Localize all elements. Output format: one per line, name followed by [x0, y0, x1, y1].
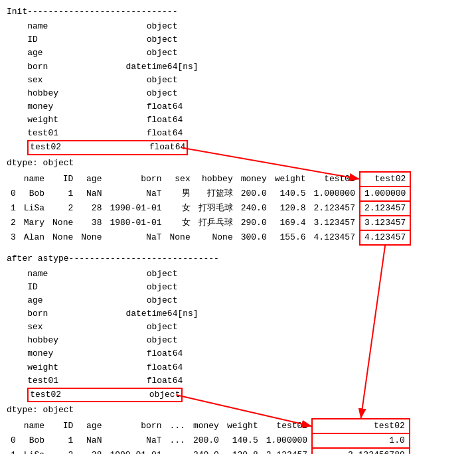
df1-cell: 3.123457 [310, 216, 360, 230]
df2-cell: NaT [106, 433, 165, 448]
df1-cell: Mary [20, 216, 48, 230]
dtype-sex-row: sex object [7, 74, 469, 87]
df1-cell: 2.123457 [360, 201, 410, 216]
df1-cell: 140.5 [271, 187, 310, 201]
df2-col-born: born [106, 419, 165, 433]
df1-cell: None [195, 230, 237, 245]
df2-col-test02: test02 [312, 419, 410, 433]
after-dtype-weight-row: weight float64 [7, 361, 469, 374]
after-dtype-hobbey-row: hobbey object [7, 334, 469, 347]
df2-col-weight: weight [223, 419, 262, 433]
df2-cell: 140.5 [223, 433, 262, 448]
after-dtype-id-row: ID object [7, 281, 469, 294]
df1-cell: None [77, 230, 106, 245]
df1-cell: 2.123457 [310, 201, 360, 216]
df2-cell: NaN [77, 433, 106, 448]
df1-col-money: money [237, 172, 271, 187]
df1-cell: 1.000000 [360, 187, 410, 201]
dtype-id-row: ID object [7, 33, 469, 46]
df2-cell: 200.0 [189, 433, 223, 448]
after-dtype-age-row: age object [7, 294, 469, 307]
df1-cell: 1 [48, 187, 77, 201]
df1-cell: NaT [106, 230, 165, 245]
after-astype-label: after astype----------------------------… [7, 252, 469, 265]
df1-cell: 1.000000 [310, 187, 360, 201]
after-dtype-sex-row: sex object [7, 321, 469, 334]
df1-cell: 38 [77, 216, 106, 230]
df2-cell: 1 [48, 433, 77, 448]
df2-cell: ... [165, 433, 189, 448]
after-dtype-money-row: money float64 [7, 347, 469, 360]
df2-cell: 2 [48, 448, 77, 454]
dtype-test02-init-row: test02 float64 [7, 140, 469, 155]
df2-cell: 28 [77, 448, 106, 454]
df1-cell: NaN [77, 187, 106, 201]
df1-cell: 200.0 [237, 187, 271, 201]
df1-cell: 3 [7, 230, 20, 245]
df2-col-name: name [20, 419, 48, 433]
dtype-age-row: age object [7, 46, 469, 60]
df2-cell: 120.8 [223, 448, 262, 454]
dtype-weight-row: weight float64 [7, 114, 469, 127]
df1-cell: 28 [77, 201, 106, 216]
df1-cell: None [48, 216, 77, 230]
init-label: Init----------------------------- [7, 5, 469, 19]
df1-col-test02: test02 [360, 172, 410, 187]
df1-cell: NaT [106, 187, 165, 201]
df1-cell: 3.123457 [360, 216, 410, 230]
df1-cell: 120.8 [271, 201, 310, 216]
df1-col-born: born [106, 172, 165, 187]
df1-col-hobbey: hobbey [195, 172, 237, 187]
df1-cell: 打篮球 [195, 187, 237, 201]
df1-cell: 女 [165, 216, 194, 230]
df2-cell: 0 [7, 433, 20, 448]
df1-col-idx [7, 172, 20, 187]
df2-col-money: money [189, 419, 223, 433]
dtype-hobbey-row: hobbey object [7, 87, 469, 100]
df1-cell: 女 [165, 201, 194, 216]
df1-cell: 1990-01-01 [106, 201, 165, 216]
df2-cell: 1 [7, 448, 20, 454]
dtype-money-row: money float64 [7, 100, 469, 114]
df1-cell: 4.123457 [310, 230, 360, 245]
df2-cell: 1.0 [312, 433, 410, 448]
df1-cell: None [165, 230, 194, 245]
df1-cell: 打乒乓球 [195, 216, 237, 230]
df2-cell: Bob [20, 433, 48, 448]
df1-col-weight: weight [271, 172, 310, 187]
after-dtype-born-row: born datetime64[ns] [7, 307, 469, 321]
df1-cell: Alan [20, 230, 48, 245]
df2-col-idx [7, 419, 20, 433]
df1-cell: 155.6 [271, 230, 310, 245]
df2-col-test01: test01 [262, 419, 312, 433]
after-dtype-test02-row: test02 object [7, 388, 469, 402]
dataframe-2: name ID age born ... money weight test01… [7, 418, 410, 454]
dtype-object-label-1: dtype: object [7, 157, 469, 170]
df1-cell: 4.123457 [360, 230, 410, 245]
df1-col-test01: test01 [310, 172, 360, 187]
df1-cell: 打羽毛球 [195, 201, 237, 216]
df1-cell: None [48, 230, 77, 245]
df1-cell: 2 [48, 201, 77, 216]
after-dtype-test01-row: test01 float64 [7, 374, 469, 388]
df1-cell: 0 [7, 187, 20, 201]
dtype-name-row: name object [7, 20, 469, 33]
df1-cell: 240.0 [237, 201, 271, 216]
df1-cell: 300.0 [237, 230, 271, 245]
df2-cell: ... [165, 448, 189, 454]
dtype-object-label-2: dtype: object [7, 404, 469, 417]
df1-cell: 1980-01-01 [106, 216, 165, 230]
df1-col-age: age [77, 172, 106, 187]
df1-cell: 290.0 [237, 216, 271, 230]
df1-cell: 2 [7, 216, 20, 230]
df1-col-name: name [20, 172, 48, 187]
df2-cell: LiSa [20, 448, 48, 454]
dtype-born-row: born datetime64[ns] [7, 60, 469, 74]
df1-cell: LiSa [20, 201, 48, 216]
df2-cell: 240.0 [189, 448, 223, 454]
after-dtype-name-row: name object [7, 267, 469, 281]
df2-col-id: ID [48, 419, 77, 433]
df2-cell: 1990-01-01 [106, 448, 165, 454]
dataframe-1: name ID age born sex hobbey money weight… [7, 171, 411, 246]
df2-cell: 2.123456789 [312, 448, 410, 454]
